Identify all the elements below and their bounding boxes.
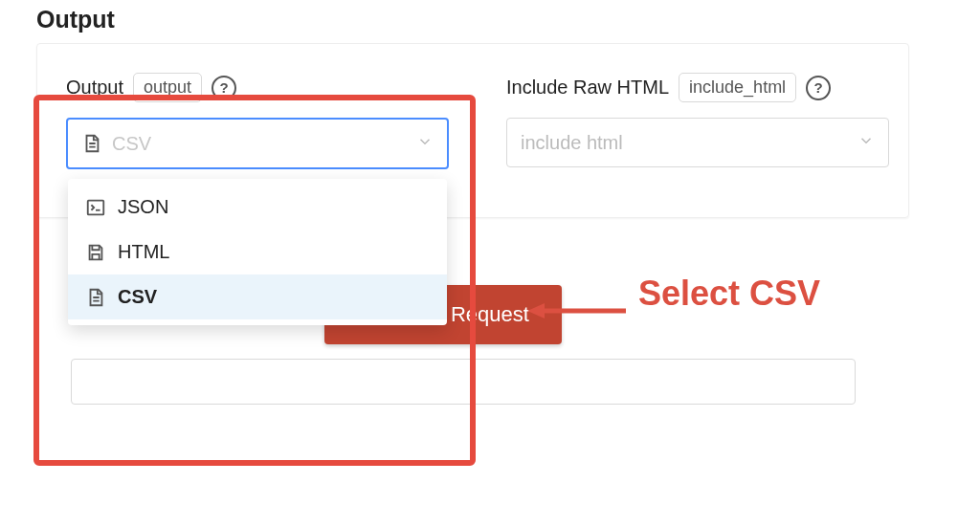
include-html-badge: include_html	[679, 73, 796, 102]
dropdown-option-html[interactable]: HTML	[68, 230, 447, 274]
output-selected-value: CSV	[112, 133, 151, 155]
form-card: Output output ? CSV	[36, 43, 909, 218]
dropdown-option-label: CSV	[118, 286, 157, 308]
annotation-callout: Select CSV	[525, 274, 820, 314]
include-html-select[interactable]: include html	[506, 118, 889, 167]
dropdown-option-csv[interactable]: CSV	[68, 274, 447, 319]
section-heading: Output	[36, 6, 951, 33]
hidden-input-row[interactable]	[71, 359, 856, 405]
save-icon	[85, 242, 106, 263]
columns: Output output ? CSV	[66, 73, 880, 169]
annotation-text: Select CSV	[638, 274, 820, 314]
form-wrap: Output output ? CSV	[36, 43, 850, 344]
help-icon[interactable]: ?	[806, 76, 831, 100]
svg-rect-0	[88, 200, 104, 214]
chevron-down-icon	[416, 133, 434, 154]
terminal-icon	[85, 197, 106, 218]
arrow-left-icon	[525, 289, 621, 298]
chevron-down-icon	[858, 132, 875, 153]
output-column: Output output ? CSV	[66, 73, 449, 169]
file-icon	[81, 133, 102, 154]
svg-marker-2	[527, 303, 545, 318]
include-html-field-header: Include Raw HTML include_html ?	[506, 73, 889, 102]
output-field-header: Output output ?	[66, 73, 449, 102]
output-dropdown: JSON HTML	[68, 179, 447, 325]
file-icon	[85, 287, 106, 308]
output-badge: output	[133, 73, 202, 102]
output-select[interactable]: CSV JSON	[66, 118, 449, 169]
include-html-column: Include Raw HTML include_html ? include …	[506, 73, 889, 169]
dropdown-option-label: HTML	[118, 241, 169, 263]
dropdown-option-json[interactable]: JSON	[68, 185, 447, 230]
dropdown-option-label: JSON	[118, 196, 168, 218]
include-html-label: Include Raw HTML	[506, 77, 669, 99]
include-html-placeholder: include html	[521, 132, 623, 154]
output-label: Output	[66, 77, 123, 99]
help-icon[interactable]: ?	[212, 76, 236, 100]
